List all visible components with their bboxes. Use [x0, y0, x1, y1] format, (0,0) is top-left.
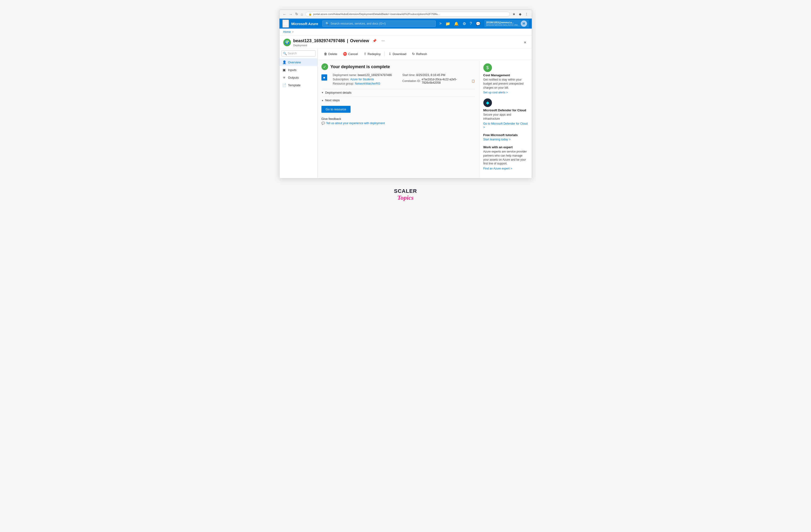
deployment-details-section[interactable]: ▼ Deployment details — [321, 89, 475, 96]
browser-nav-buttons: ← → ↻ ⌂ — [282, 12, 304, 17]
help-icon[interactable]: ? — [468, 20, 473, 27]
lock-icon: 🔒 — [309, 13, 312, 16]
browser-toolbar: ← → ↻ ⌂ 🔒 portal.azure.com/#view/HubsExt… — [279, 10, 532, 19]
resource-group-label: Resource group: — [333, 82, 354, 85]
content-toolbar: 🗑 Delete ⛔ Cancel ⇧ Redeploy — [318, 48, 532, 60]
sidebar-item-inputs[interactable]: ▣ Inputs — [279, 66, 317, 74]
browser-window: ← → ↻ ⌂ 🔒 portal.azure.com/#view/HubsExt… — [279, 10, 532, 178]
cost-management-desc: Get notified to stay within your budget … — [483, 78, 528, 90]
settings-icon[interactable]: ⚙ — [461, 20, 468, 27]
sidebar-item-template[interactable]: 📄 Template — [279, 81, 317, 89]
refresh-icon: ↻ — [412, 52, 415, 56]
deployment-name-label: Deployment name: — [333, 74, 357, 77]
cost-alerts-link[interactable]: Set up cost alerts > — [483, 91, 508, 94]
redeploy-icon: ⇧ — [364, 52, 367, 56]
refresh-button[interactable]: ↻ Refresh — [410, 51, 429, 57]
bookmark-icon[interactable]: ★ — [511, 12, 517, 17]
start-time-value: 8/25/2023, 8:16:45 PM — [416, 74, 445, 77]
view-label: Overview — [350, 38, 369, 43]
close-panel-icon[interactable]: ✕ — [522, 40, 528, 45]
sidebar-item-template-label: Template — [288, 83, 301, 87]
avatar: M — [521, 20, 527, 27]
sidebar-item-overview[interactable]: 👤 Overview — [279, 58, 317, 66]
title-separator: | — [347, 38, 348, 43]
feedback-link-icon: 💬 — [321, 122, 325, 125]
breadcrumb: Home > — [279, 29, 532, 35]
status-title: Your deployment is complete — [331, 64, 390, 69]
hamburger-menu-button[interactable]: ☰ — [282, 19, 289, 28]
resource-group-link[interactable]: NetworkWatcherRG — [355, 82, 380, 85]
cost-management-icon: $ — [483, 63, 492, 72]
menu-icon[interactable]: ⋮ — [524, 12, 530, 17]
breadcrumb-home[interactable]: Home — [283, 30, 291, 34]
info-correlation-row: Correlation ID: e7ac2d1d-20ca-4c22-a2e5-… — [402, 78, 475, 84]
sidebar-search[interactable]: 🔍 « — [281, 50, 316, 57]
delete-label: Delete — [328, 52, 337, 56]
back-button[interactable]: ← — [282, 12, 287, 17]
defender-link[interactable]: Go to Microsoft Defender for Cloud > — [483, 122, 528, 129]
defender-icon: ◆ — [483, 98, 492, 107]
cancel-button[interactable]: ⛔ Cancel — [340, 51, 360, 57]
next-steps-label: Next steps — [325, 98, 340, 102]
cloud-shell-icon[interactable]: > — [438, 20, 443, 27]
search-input[interactable] — [331, 22, 432, 25]
refresh-label: Refresh — [416, 52, 427, 56]
find-expert-link[interactable]: Find an Azure expert > — [483, 167, 512, 170]
feedback-title: Give feedback — [321, 117, 475, 121]
pin-icon[interactable]: 📌 — [371, 38, 378, 44]
download-icon: ⇩ — [388, 52, 391, 56]
user-profile[interactable]: 20190/1053@mmmut.a... MADAN MOHAN MALAVI… — [484, 20, 529, 27]
chevron-down-icon: ▲ — [321, 99, 324, 101]
user-info: 20190/1053@mmmut.a... MADAN MOHAN MALAVI… — [486, 21, 520, 26]
content-main: ✓ Your deployment is complete ■ Deployme… — [318, 60, 479, 178]
global-search[interactable]: 🔍 — [322, 20, 435, 27]
subscription-link[interactable]: Azure for Students — [350, 78, 374, 81]
url-text: portal.azure.com/#view/HubsExtension/Dep… — [313, 13, 440, 15]
expert-desc: Azure experts are service provider partn… — [483, 150, 528, 166]
inputs-icon: ▣ — [282, 68, 286, 72]
azure-portal: ☰ Microsoft Azure 🔍 > 📁 🔔 ⚙ ? 💬 20190/10… — [279, 19, 532, 178]
start-time-label: Start time: — [402, 74, 415, 77]
deployment-status: ✓ Your deployment is complete — [321, 63, 475, 70]
defender-card: ◆ Microsoft Defender for Cloud Secure yo… — [483, 98, 528, 129]
reload-button[interactable]: ↻ — [294, 12, 299, 17]
cost-management-title: Cost Management — [483, 74, 528, 77]
next-steps-section[interactable]: ▲ Next steps — [321, 97, 475, 104]
delete-button[interactable]: 🗑 Delete — [321, 51, 340, 57]
content-body: ✓ Your deployment is complete ■ Deployme… — [318, 60, 532, 178]
feedback-link[interactable]: 💬 Tell us about your experience with dep… — [321, 122, 475, 125]
info-deployment-name-row: Deployment name: beast123_1692974797486 — [333, 74, 392, 77]
right-sidebar: $ Cost Management Get notified to stay w… — [479, 60, 532, 178]
sidebar-item-outputs[interactable]: ≡ Outputs — [279, 74, 317, 81]
go-to-resource-button[interactable]: Go to resource — [321, 106, 351, 113]
cancel-icon: ⛔ — [343, 52, 347, 56]
correlation-label: Correlation ID: — [402, 79, 420, 83]
download-button[interactable]: ⇩ Download — [386, 51, 409, 57]
redeploy-button[interactable]: ⇧ Redeploy — [361, 51, 383, 57]
page-header: 🌍 beast123_1692974797486 | Overview 📌 ⋯ … — [279, 35, 532, 48]
tutorials-card: Free Microsoft tutorials Start learning … — [483, 133, 528, 141]
defender-title: Microsoft Defender for Cloud — [483, 108, 528, 112]
download-label: Download — [393, 52, 406, 56]
scaler-watermark: SCALER Topics — [0, 188, 811, 201]
template-icon: 📄 — [282, 83, 286, 87]
tutorials-link[interactable]: Start learning today > — [483, 138, 510, 141]
notifications-icon[interactable]: 🔔 — [453, 20, 460, 27]
more-options-icon[interactable]: ⋯ — [380, 38, 386, 44]
copy-correlation-button[interactable]: 📋 — [471, 79, 475, 83]
cost-management-card: $ Cost Management Get notified to stay w… — [483, 63, 528, 94]
extensions-icon[interactable]: ◆ — [518, 12, 523, 17]
address-bar[interactable]: 🔒 portal.azure.com/#view/HubsExtension/D… — [305, 12, 510, 17]
azure-logo: Microsoft Azure — [291, 22, 318, 26]
expert-card: Work with an expert Azure experts are se… — [483, 145, 528, 170]
expert-title: Work with an expert — [483, 145, 528, 149]
feedback-icon[interactable]: 💬 — [474, 20, 482, 27]
directory-icon[interactable]: 📁 — [444, 20, 452, 27]
page-subtitle: Deployment — [293, 44, 386, 47]
home-button[interactable]: ⌂ — [300, 12, 304, 17]
cancel-label: Cancel — [348, 52, 358, 56]
forward-button[interactable]: → — [288, 12, 293, 17]
header-actions: ✕ — [522, 40, 528, 45]
deployment-name-value: beast123_1692974797486 — [358, 74, 392, 77]
azure-content: Home > 🌍 beast123_1692974797486 | Overvi… — [279, 29, 532, 178]
